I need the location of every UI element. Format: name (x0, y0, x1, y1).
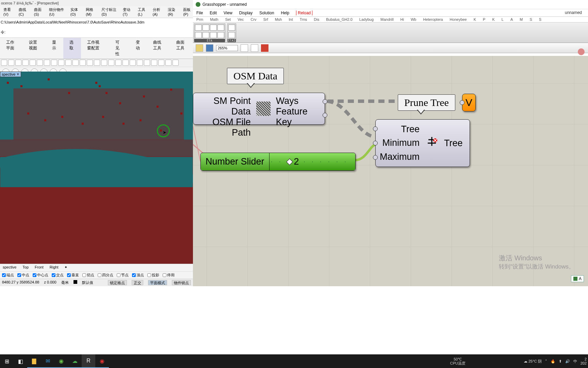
zoom-select[interactable]: 265% (216, 45, 238, 51)
component-panel[interactable]: Elk Elk2 (193, 22, 588, 43)
component-icon[interactable] (228, 32, 235, 38)
tab[interactable]: 工作平面 (0, 38, 23, 59)
component-icon[interactable] (210, 32, 217, 38)
tool-icon[interactable] (122, 60, 129, 66)
tab[interactable]: 曲线工具 (147, 38, 170, 59)
vp-tab-add[interactable]: ✦ (64, 265, 67, 270)
menu-item[interactable]: 尺寸标注(D) (101, 7, 117, 16)
viewport-tabs[interactable]: spective Top Front Right ✦ (0, 264, 193, 271)
tool-icon[interactable] (137, 60, 143, 66)
osnap-check[interactable] (17, 273, 21, 277)
osnap-item[interactable]: 中点 (17, 273, 29, 278)
status-button[interactable]: 锁定格点 (108, 280, 127, 285)
cat-tab[interactable]: A (510, 17, 513, 21)
cat-tab[interactable]: Srf (263, 17, 268, 21)
menu-item[interactable]: 曲线(C) (19, 7, 29, 16)
ime-icon[interactable]: 中 (573, 359, 577, 364)
osnap-item[interactable]: 中心点 (33, 273, 48, 278)
tool-icon[interactable] (15, 60, 21, 66)
osnap-check[interactable] (117, 273, 120, 277)
tool-icon[interactable] (8, 60, 14, 66)
component-icon[interactable] (210, 25, 217, 31)
param-component-warning[interactable]: V (462, 94, 476, 111)
component-icon[interactable] (228, 25, 235, 31)
sketch-icon[interactable] (261, 44, 268, 52)
cat-tab[interactable]: Wb (411, 17, 416, 21)
cat-tab[interactable]: K (474, 17, 476, 21)
windows-taskbar[interactable]: ⊞ ◧ ▇ ✉ ◉ ☁ R ◉ 50℃ CPU温度 ☁ 25°C 阴 ˄ 🔥 ⬆… (0, 354, 588, 368)
tool-tabs[interactable]: 工作平面 设置视图 显示 选取 工作视窗配置 可见性 变动 曲线工具 曲面工具 (0, 38, 193, 59)
vp-tab[interactable]: Front (35, 265, 44, 270)
tool-icon[interactable] (94, 60, 100, 66)
panel-group-label[interactable]: Elk (194, 39, 225, 42)
osnap-item[interactable]: 投影 (147, 273, 159, 278)
input-grip[interactable] (460, 100, 464, 105)
cat-tab[interactable]: Prm (196, 17, 203, 21)
osnap-check[interactable] (132, 273, 136, 277)
tool-icon[interactable] (101, 60, 107, 66)
cpu-temp-widget[interactable]: 50℃ CPU温度 (450, 357, 466, 365)
document-name[interactable]: unnamed (565, 10, 582, 15)
cat-tab[interactable]: S (529, 17, 532, 21)
tray-icon[interactable]: ⬆ (559, 359, 562, 364)
tab-selected[interactable]: 选取 (63, 38, 81, 59)
cat-tab[interactable]: Mandrill (380, 17, 394, 21)
canvas-toolbar[interactable]: 265% (193, 43, 588, 53)
osnap-item[interactable]: 停用 (163, 273, 175, 278)
cat-tab[interactable]: K (492, 17, 494, 21)
component-icon[interactable] (217, 32, 224, 38)
system-tray[interactable]: ☁ 25°C 阴 ˄ 🔥 ⬆ 🔊 中 2 202 (524, 357, 587, 365)
output-param[interactable]: Feature Key (276, 106, 321, 127)
cat-tab[interactable]: Msh (275, 17, 282, 21)
zoom-extents-icon[interactable] (241, 44, 248, 52)
input-param[interactable]: Minimum (380, 138, 420, 148)
tool-icon[interactable] (44, 60, 50, 66)
osnap-check[interactable] (2, 273, 6, 277)
tool-icon[interactable] (108, 60, 114, 66)
tray-chevron-icon[interactable]: ˄ (545, 359, 547, 364)
slider-track[interactable]: 2 (270, 153, 355, 170)
component-icon[interactable] (195, 32, 202, 38)
cat-tab[interactable]: Vec (238, 17, 244, 21)
tab[interactable]: 曲面工具 (170, 38, 193, 59)
category-tabs[interactable]: PrmMathSetVecCrvSrfMshIntTrnsDisBubalus_… (193, 16, 588, 22)
tool-icon[interactable] (30, 60, 36, 66)
prune-tree-component[interactable]: Tree Minimum Maximum Tree (375, 119, 470, 167)
toolbar-row-1[interactable] (0, 59, 193, 67)
output-grip[interactable] (323, 113, 327, 118)
menu-item[interactable]: 实体(O) (70, 7, 81, 16)
tool-icon[interactable] (87, 60, 93, 66)
tool-icon[interactable] (58, 60, 64, 66)
start-button[interactable]: ⊞ (0, 354, 14, 368)
vp-tab[interactable]: spective (3, 265, 16, 270)
cat-tab[interactable]: Crv (251, 17, 257, 21)
tab[interactable]: 设置视图 (23, 38, 46, 59)
tab[interactable]: 可见性 (109, 38, 130, 59)
music-icon[interactable]: ◉ (95, 354, 109, 368)
menu-item[interactable]: 变动(T) (123, 7, 132, 16)
tool-icon[interactable] (158, 60, 164, 66)
menu-help[interactable]: Help (281, 11, 290, 15)
osnap-bar[interactable]: 端点 中点 中心点 交点 垂直 切点 四分点 节点 顶点 投影 停用 (0, 271, 193, 279)
status-button[interactable]: 物件锁点 (172, 280, 191, 285)
vp-tab[interactable]: Top (22, 265, 29, 270)
tool-icon[interactable] (173, 60, 179, 66)
autosave-badge[interactable]: A (571, 275, 584, 282)
menu-display[interactable]: Display (239, 11, 252, 15)
osnap-item[interactable]: 顶点 (132, 273, 144, 278)
component-icon[interactable] (217, 25, 224, 31)
input-param[interactable]: OSM File Path (197, 117, 251, 138)
component-icon[interactable] (195, 25, 202, 31)
output-param[interactable]: Ways (276, 96, 321, 106)
cat-tab[interactable]: Heteroptera (423, 17, 443, 21)
command-area[interactable]: C:\Users\Admin\AppData\Local\McNeel\Rhin… (0, 18, 193, 38)
input-grip[interactable] (373, 126, 378, 131)
preview-icon[interactable] (251, 44, 258, 52)
browser-icon[interactable]: ◉ (54, 354, 68, 368)
user-avatar-icon[interactable] (578, 48, 585, 55)
clock[interactable]: 2 202 (581, 357, 587, 365)
component-icon[interactable] (202, 25, 209, 31)
dropdown-icon[interactable]: ▼ (16, 73, 19, 76)
input-param[interactable]: Tree (380, 124, 420, 135)
osnap-item[interactable]: 四分点 (98, 273, 113, 278)
